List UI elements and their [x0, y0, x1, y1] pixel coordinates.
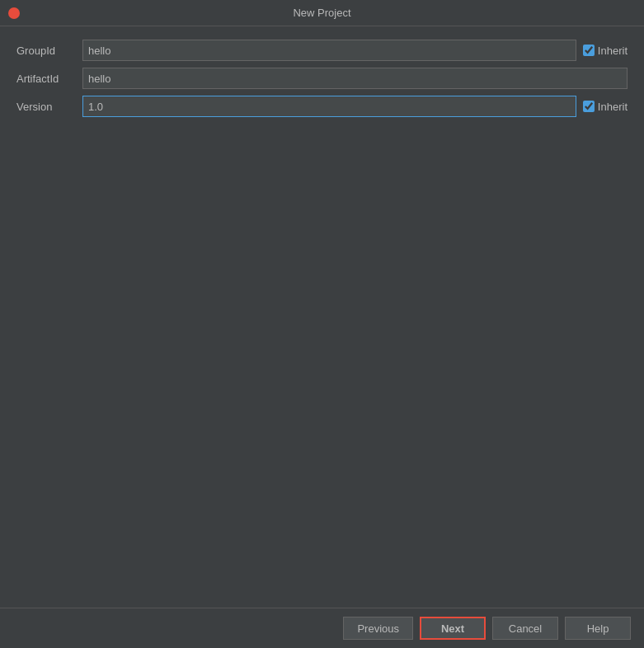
next-button[interactable]: Next [420, 617, 486, 640]
artifactid-label: ArtifactId [16, 73, 82, 85]
cancel-button[interactable]: Cancel [492, 617, 558, 640]
new-project-dialog: New Project GroupId Inherit ArtifactId V… [0, 0, 644, 648]
artifactid-input[interactable] [82, 68, 628, 89]
version-inherit-checkbox[interactable] [583, 101, 595, 112]
groupid-label: GroupId [16, 45, 82, 57]
close-button[interactable] [8, 7, 20, 19]
help-button[interactable]: Help [565, 617, 631, 640]
previous-button[interactable]: Previous [343, 617, 413, 640]
groupid-input[interactable] [82, 40, 576, 61]
dialog-title: New Project [293, 7, 350, 19]
groupid-inherit-checkbox[interactable] [583, 45, 595, 56]
version-inherit-container: Inherit [583, 101, 628, 113]
title-bar: New Project [0, 0, 644, 26]
groupid-inherit-container: Inherit [583, 45, 628, 57]
footer: Previous Next Cancel Help [0, 608, 644, 648]
groupid-row: GroupId Inherit [16, 40, 628, 61]
artifactid-row: ArtifactId [16, 68, 628, 89]
version-label: Version [16, 101, 82, 113]
form-content: GroupId Inherit ArtifactId Version Inher… [0, 26, 644, 608]
groupid-inherit-label: Inherit [598, 45, 628, 57]
version-inherit-label: Inherit [598, 101, 628, 113]
version-input[interactable] [82, 96, 576, 117]
version-row: Version Inherit [16, 96, 628, 117]
